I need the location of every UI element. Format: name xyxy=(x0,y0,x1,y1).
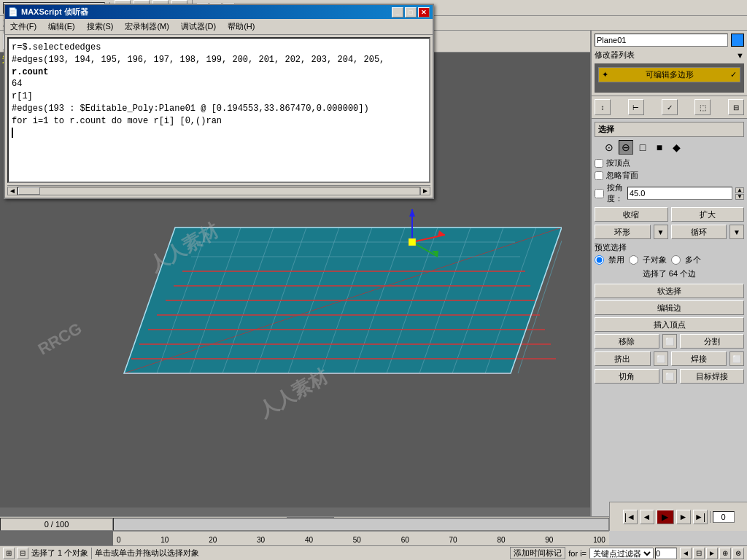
weld-settings-btn[interactable]: ⬜ xyxy=(729,351,744,366)
bottom-icon-2[interactable]: ⊟ xyxy=(693,548,705,559)
extrude-button[interactable]: 挤出 xyxy=(595,351,651,366)
scroll-thumb[interactable] xyxy=(18,187,40,195)
go-end-btn[interactable]: ►| xyxy=(693,510,708,524)
go-start-btn[interactable]: |◄ xyxy=(623,510,638,524)
chamfer-settings-btn[interactable]: ⬜ xyxy=(662,369,677,384)
loop-arrow-btn[interactable]: ▼ xyxy=(729,225,744,239)
object-name-area: 修改器列表 ▼ ✦ 可编辑多边形 ✓ xyxy=(592,31,747,96)
multi-label: 多个 xyxy=(685,254,701,265)
shrink-button[interactable]: 收缩 xyxy=(595,207,668,222)
panel-icon-5[interactable]: ⊟ xyxy=(728,99,744,115)
backface-checkbox[interactable] xyxy=(595,171,603,180)
mark-50: 50 xyxy=(353,536,361,544)
script-title: MAXScript 侦听器 xyxy=(21,7,88,18)
disable-radio[interactable] xyxy=(595,255,604,265)
bottom-icon-5[interactable]: ⊗ xyxy=(732,548,744,559)
ring-arrow-btn[interactable]: ▼ xyxy=(654,225,668,239)
angle-label: 按角度： xyxy=(607,182,624,204)
loop-button[interactable]: 循环 xyxy=(671,225,727,239)
angle-up[interactable]: ▲ xyxy=(735,187,744,193)
keyfilter-dropdown[interactable]: 关键点过滤器 xyxy=(589,548,654,559)
chamfer-button[interactable]: 切角 xyxy=(595,369,659,384)
selection-panel: 选择 ⊙ ⊖ □ ■ ◆ 按顶点 忽略背面 按角度： ▲ ▼ 收缩 xyxy=(592,119,747,389)
preselect-label: 预览选择 xyxy=(595,242,744,253)
object-radio[interactable] xyxy=(629,255,638,265)
angle-down[interactable]: ▼ xyxy=(735,194,744,200)
very-bottom-bar: ⊞ ⊟ 选择了 1 个对象 单击或单击并拖动以选择对象 添加时间标记 for i… xyxy=(0,545,747,560)
maximize-button[interactable]: □ xyxy=(405,7,417,18)
close-button[interactable]: ✕ xyxy=(418,7,430,18)
vertex-mode-icon[interactable]: ⊙ xyxy=(602,140,616,155)
target-weld-button[interactable]: 目标焊接 xyxy=(680,369,745,384)
backface-checkbox-row: 忽略背面 xyxy=(595,170,744,181)
preselect-radio-row: 禁用 子对象 多个 xyxy=(595,254,744,265)
modifier-label-row: 修改器列表 ▼ xyxy=(595,50,744,61)
menu-debug[interactable]: 调试器(D) xyxy=(179,20,218,33)
menu-macro[interactable]: 宏录制器(M) xyxy=(123,20,171,33)
angle-input[interactable] xyxy=(627,187,732,200)
modifier-list-area: ✦ 可编辑多边形 ✓ xyxy=(595,63,744,93)
for-label: for i= xyxy=(568,549,587,558)
mark-10: 10 xyxy=(160,536,169,544)
script-content[interactable]: r=$.selectededges #edges(193, 194, 195, … xyxy=(7,37,430,183)
frame-counter: 0 / 100 xyxy=(0,518,113,531)
scroll-track[interactable] xyxy=(18,187,420,195)
timeline-range: 0 / 100 xyxy=(44,520,69,529)
modifier-dropdown-arrow[interactable]: ▼ xyxy=(736,51,744,60)
extrude-settings-btn[interactable]: ⬜ xyxy=(654,351,668,366)
border-mode-icon[interactable]: □ xyxy=(635,140,650,155)
soft-select-button[interactable]: 软选择 xyxy=(595,284,744,298)
script-line-4: 64 xyxy=(12,78,426,90)
panel-icon-4[interactable]: ⬚ xyxy=(694,99,711,115)
menu-edit[interactable]: 编辑(E) xyxy=(46,20,77,33)
panel-icon-1[interactable]: ↕ xyxy=(595,99,611,115)
preselect-area: 预览选择 禁用 子对象 多个 xyxy=(595,242,744,265)
nav-icon-1[interactable]: ⊞ xyxy=(3,548,15,559)
minimize-button[interactable]: _ xyxy=(392,7,403,18)
remove-settings-btn[interactable]: ⬜ xyxy=(662,334,677,349)
multi-radio[interactable] xyxy=(671,255,681,265)
playback-controls: |◄ ◄ ▶ ► ►| xyxy=(609,502,747,531)
bottom-icon-1[interactable]: ◄ xyxy=(680,548,692,559)
modifier-item-poly[interactable]: ✦ 可编辑多边形 ✓ xyxy=(598,67,740,82)
script-hscrollbar[interactable]: ◄ ► xyxy=(7,185,430,195)
left-nav-icons: ⊞ ⊟ xyxy=(3,548,28,559)
next-frame-btn[interactable]: ► xyxy=(676,510,691,524)
ring-button[interactable]: 环形 xyxy=(595,225,651,239)
remove-button[interactable]: 移除 xyxy=(595,334,659,349)
mark-80: 80 xyxy=(497,536,505,544)
edit-border-button[interactable]: 编辑边 xyxy=(595,300,744,315)
bottom-icon-4[interactable]: ⊕ xyxy=(719,548,731,559)
timeline-track[interactable] xyxy=(113,518,609,531)
face-mode-icon[interactable]: ■ xyxy=(652,140,667,155)
playback-sep xyxy=(710,511,711,523)
insert-vertex-button[interactable]: 插入顶点 xyxy=(595,317,744,332)
vertex-checkbox[interactable] xyxy=(595,159,603,168)
keyfilter-frame-input[interactable] xyxy=(655,548,677,559)
object-color-swatch[interactable] xyxy=(731,34,744,47)
bottom-icon-3[interactable]: ► xyxy=(706,548,718,559)
menu-search[interactable]: 搜索(S) xyxy=(85,20,116,33)
weld-button[interactable]: 焊接 xyxy=(671,351,727,366)
object-name-input[interactable] xyxy=(595,34,728,47)
scroll-right-btn[interactable]: ► xyxy=(420,187,430,195)
split-button[interactable]: 分割 xyxy=(680,334,745,349)
menu-file[interactable]: 文件(F) xyxy=(8,20,39,33)
script-line-3: r.count xyxy=(12,66,426,79)
edge-mode-icon[interactable]: ⊖ xyxy=(619,140,633,155)
nav-icon-2[interactable]: ⊟ xyxy=(17,548,28,559)
scroll-left-btn[interactable]: ◄ xyxy=(7,187,18,195)
prev-frame-btn[interactable]: ◄ xyxy=(640,510,654,524)
panel-icon-3[interactable]: ✓ xyxy=(662,99,678,115)
panel-icon-2[interactable]: ⊢ xyxy=(628,99,644,115)
play-btn[interactable]: ▶ xyxy=(657,510,674,524)
object-label: 子对象 xyxy=(643,254,667,265)
expand-button[interactable]: 扩大 xyxy=(671,207,745,222)
element-mode-icon[interactable]: ◆ xyxy=(669,140,684,155)
script-line-1: r=$.selectededges xyxy=(12,42,426,54)
script-line-7: for i=1 to r.count do move r[i] [0,()ran xyxy=(12,115,426,128)
add-time-button[interactable]: 添加时间标记 xyxy=(510,547,565,559)
frame-input[interactable] xyxy=(713,511,735,523)
menu-help[interactable]: 帮助(H) xyxy=(225,20,257,33)
angle-checkbox[interactable] xyxy=(595,189,604,198)
